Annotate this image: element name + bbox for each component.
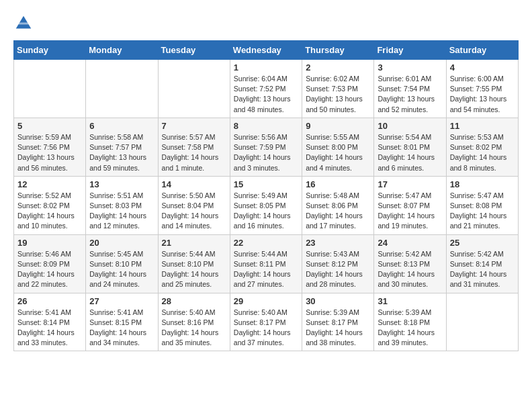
day-number: 9: [306, 121, 370, 131]
day-number: 7: [162, 121, 226, 131]
calendar-cell: [158, 60, 230, 118]
calendar-cell: 31Sunrise: 5:39 AM Sunset: 8:18 PM Dayli…: [374, 293, 446, 351]
day-info: Sunrise: 5:52 AM Sunset: 8:02 PM Dayligh…: [17, 191, 82, 232]
day-number: 24: [378, 238, 442, 248]
day-number: 28: [162, 296, 226, 306]
day-number: 21: [162, 238, 226, 248]
calendar-cell: 8Sunrise: 5:56 AM Sunset: 7:59 PM Daylig…: [230, 118, 302, 176]
logo: [13, 13, 36, 34]
calendar-cell: 23Sunrise: 5:43 AM Sunset: 8:12 PM Dayli…: [302, 234, 374, 293]
day-number: 16: [306, 179, 370, 189]
day-info: Sunrise: 5:41 AM Sunset: 8:14 PM Dayligh…: [17, 308, 82, 349]
day-number: 3: [378, 62, 442, 73]
day-number: 12: [17, 179, 82, 189]
calendar-cell: 22Sunrise: 5:44 AM Sunset: 8:11 PM Dayli…: [230, 234, 302, 293]
day-info: Sunrise: 5:53 AM Sunset: 8:02 PM Dayligh…: [450, 132, 515, 173]
day-info: Sunrise: 5:44 AM Sunset: 8:10 PM Dayligh…: [162, 249, 226, 290]
day-number: 10: [378, 121, 442, 131]
day-number: 8: [234, 121, 298, 131]
calendar-cell: 14Sunrise: 5:50 AM Sunset: 8:04 PM Dayli…: [158, 176, 230, 234]
day-number: 23: [306, 238, 370, 248]
day-info: Sunrise: 5:43 AM Sunset: 8:12 PM Dayligh…: [306, 249, 370, 290]
day-info: Sunrise: 5:39 AM Sunset: 8:17 PM Dayligh…: [306, 308, 370, 349]
calendar-cell: 28Sunrise: 5:40 AM Sunset: 8:16 PM Dayli…: [158, 293, 230, 351]
day-info: Sunrise: 5:50 AM Sunset: 8:04 PM Dayligh…: [162, 191, 226, 232]
calendar-cell: 3Sunrise: 6:01 AM Sunset: 7:54 PM Daylig…: [374, 60, 446, 118]
day-number: 14: [162, 179, 226, 189]
calendar-week-4: 19Sunrise: 5:46 AM Sunset: 8:09 PM Dayli…: [14, 234, 519, 293]
weekday-header-saturday: Saturday: [446, 41, 518, 60]
day-number: 27: [89, 296, 154, 306]
day-info: Sunrise: 5:47 AM Sunset: 8:07 PM Dayligh…: [378, 191, 442, 232]
day-number: 19: [17, 238, 82, 248]
calendar-cell: 11Sunrise: 5:53 AM Sunset: 8:02 PM Dayli…: [446, 118, 518, 176]
day-number: 4: [450, 62, 515, 73]
weekday-header-friday: Friday: [374, 41, 446, 60]
day-info: Sunrise: 5:46 AM Sunset: 8:09 PM Dayligh…: [17, 249, 82, 290]
calendar-cell: 26Sunrise: 5:41 AM Sunset: 8:14 PM Dayli…: [14, 293, 86, 351]
day-number: 2: [306, 62, 370, 73]
calendar-cell: 29Sunrise: 5:40 AM Sunset: 8:17 PM Dayli…: [230, 293, 302, 351]
page-header: [13, 13, 519, 34]
calendar-cell: 1Sunrise: 6:04 AM Sunset: 7:52 PM Daylig…: [230, 60, 302, 118]
day-number: 29: [234, 296, 298, 306]
calendar-cell: 5Sunrise: 5:59 AM Sunset: 7:56 PM Daylig…: [14, 118, 86, 176]
calendar-cell: 19Sunrise: 5:46 AM Sunset: 8:09 PM Dayli…: [14, 234, 86, 293]
calendar-week-3: 12Sunrise: 5:52 AM Sunset: 8:02 PM Dayli…: [14, 176, 519, 234]
calendar-cell: 30Sunrise: 5:39 AM Sunset: 8:17 PM Dayli…: [302, 293, 374, 351]
day-number: 15: [234, 179, 298, 189]
calendar-cell: 25Sunrise: 5:42 AM Sunset: 8:14 PM Dayli…: [446, 234, 518, 293]
weekday-header-sunday: Sunday: [14, 41, 86, 60]
calendar-cell: 10Sunrise: 5:54 AM Sunset: 8:01 PM Dayli…: [374, 118, 446, 176]
svg-marker-0: [16, 16, 32, 29]
calendar-table: SundayMondayTuesdayWednesdayThursdayFrid…: [13, 40, 519, 351]
calendar-header-row: SundayMondayTuesdayWednesdayThursdayFrid…: [14, 41, 519, 60]
day-number: 25: [450, 238, 515, 248]
day-info: Sunrise: 5:56 AM Sunset: 7:59 PM Dayligh…: [234, 132, 298, 173]
day-info: Sunrise: 5:40 AM Sunset: 8:17 PM Dayligh…: [234, 308, 298, 349]
day-number: 18: [450, 179, 515, 189]
day-number: 31: [378, 296, 442, 306]
calendar-cell: 7Sunrise: 5:57 AM Sunset: 7:58 PM Daylig…: [158, 118, 230, 176]
calendar-week-1: 1Sunrise: 6:04 AM Sunset: 7:52 PM Daylig…: [14, 60, 519, 118]
calendar-cell: [14, 60, 86, 118]
weekday-header-monday: Monday: [86, 41, 158, 60]
day-info: Sunrise: 5:39 AM Sunset: 8:18 PM Dayligh…: [378, 308, 442, 349]
calendar-cell: 2Sunrise: 6:02 AM Sunset: 7:53 PM Daylig…: [302, 60, 374, 118]
day-number: 20: [89, 238, 154, 248]
day-info: Sunrise: 5:42 AM Sunset: 8:13 PM Dayligh…: [378, 249, 442, 290]
calendar-cell: 18Sunrise: 5:47 AM Sunset: 8:08 PM Dayli…: [446, 176, 518, 234]
day-info: Sunrise: 5:48 AM Sunset: 8:06 PM Dayligh…: [306, 191, 370, 232]
calendar-cell: 27Sunrise: 5:41 AM Sunset: 8:15 PM Dayli…: [86, 293, 158, 351]
calendar-cell: 16Sunrise: 5:48 AM Sunset: 8:06 PM Dayli…: [302, 176, 374, 234]
calendar-cell: 6Sunrise: 5:58 AM Sunset: 7:57 PM Daylig…: [86, 118, 158, 176]
calendar-cell: 15Sunrise: 5:49 AM Sunset: 8:05 PM Dayli…: [230, 176, 302, 234]
day-info: Sunrise: 5:58 AM Sunset: 7:57 PM Dayligh…: [89, 132, 154, 173]
calendar-week-2: 5Sunrise: 5:59 AM Sunset: 7:56 PM Daylig…: [14, 118, 519, 176]
calendar-cell: 21Sunrise: 5:44 AM Sunset: 8:10 PM Dayli…: [158, 234, 230, 293]
day-info: Sunrise: 5:40 AM Sunset: 8:16 PM Dayligh…: [162, 308, 226, 349]
day-number: 1: [234, 62, 298, 73]
day-info: Sunrise: 5:45 AM Sunset: 8:10 PM Dayligh…: [89, 249, 154, 290]
day-info: Sunrise: 6:04 AM Sunset: 7:52 PM Dayligh…: [234, 74, 298, 115]
day-info: Sunrise: 5:54 AM Sunset: 8:01 PM Dayligh…: [378, 132, 442, 173]
day-info: Sunrise: 5:57 AM Sunset: 7:58 PM Dayligh…: [162, 132, 226, 173]
day-info: Sunrise: 6:01 AM Sunset: 7:54 PM Dayligh…: [378, 74, 442, 115]
day-info: Sunrise: 5:47 AM Sunset: 8:08 PM Dayligh…: [450, 191, 515, 232]
day-info: Sunrise: 5:42 AM Sunset: 8:14 PM Dayligh…: [450, 249, 515, 290]
calendar-cell: 4Sunrise: 6:00 AM Sunset: 7:55 PM Daylig…: [446, 60, 518, 118]
day-number: 6: [89, 121, 154, 131]
day-number: 30: [306, 296, 370, 306]
calendar-week-5: 26Sunrise: 5:41 AM Sunset: 8:14 PM Dayli…: [14, 293, 519, 351]
calendar-cell: 20Sunrise: 5:45 AM Sunset: 8:10 PM Dayli…: [86, 234, 158, 293]
day-info: Sunrise: 6:00 AM Sunset: 7:55 PM Dayligh…: [450, 74, 515, 115]
calendar-cell: 17Sunrise: 5:47 AM Sunset: 8:07 PM Dayli…: [374, 176, 446, 234]
day-number: 17: [378, 179, 442, 189]
day-number: 13: [89, 179, 154, 189]
day-info: Sunrise: 5:44 AM Sunset: 8:11 PM Dayligh…: [234, 249, 298, 290]
weekday-header-tuesday: Tuesday: [158, 41, 230, 60]
calendar-cell: 13Sunrise: 5:51 AM Sunset: 8:03 PM Dayli…: [86, 176, 158, 234]
day-number: 11: [450, 121, 515, 131]
day-info: Sunrise: 5:41 AM Sunset: 8:15 PM Dayligh…: [89, 308, 154, 349]
day-info: Sunrise: 5:51 AM Sunset: 8:03 PM Dayligh…: [89, 191, 154, 232]
